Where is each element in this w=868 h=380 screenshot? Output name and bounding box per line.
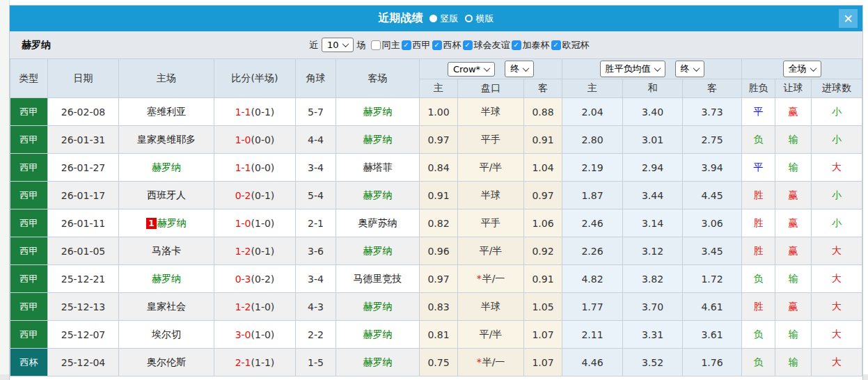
cell-date: 26-01-17 (48, 182, 119, 209)
text: 0.96 (427, 246, 449, 257)
table-row: 西甲26-01-31皇家奥维耶多1-0(0-0)4-4赫罗纳0.97平手0.91… (10, 126, 862, 154)
text: 0-3 (235, 274, 251, 285)
cell-date: 25-12-07 (48, 321, 119, 349)
match-count-select[interactable]: 10 (322, 38, 354, 52)
cell-league: 西甲 (10, 209, 48, 237)
text: 3.52 (642, 357, 663, 368)
cell-eu-away: 3.73 (683, 98, 742, 126)
filter-checkbox-4[interactable]: ✓加泰杯 (512, 39, 550, 52)
text: 4.82 (581, 274, 603, 285)
cell-away-team: 赫罗纳 (336, 237, 420, 265)
checkbox-checked-icon: ✓ (551, 40, 561, 50)
filter-checkbox-label: 同主 (382, 39, 400, 52)
text: 赢 (789, 217, 798, 228)
cell-outcome-goals: 大 (812, 154, 862, 182)
cell-corners: 4-3 (296, 293, 336, 321)
cell-corners: 1-5 (296, 349, 336, 377)
cell-date: 25-12-21 (48, 265, 119, 293)
text: 1.87 (581, 190, 603, 201)
filter-checkbox-3[interactable]: ✓球会友谊 (463, 39, 510, 52)
text: 小 (832, 189, 842, 200)
text: 平/半 (480, 245, 503, 256)
text: 1.07 (532, 329, 553, 340)
close-button[interactable]: ✕ (839, 9, 858, 28)
cell-eu-draw: 3.40 (623, 98, 683, 126)
cell-outcome-handicap: 输 (775, 265, 812, 293)
text: (1-0) (251, 329, 275, 340)
filter-checkbox-label: 西杯 (443, 39, 461, 52)
filter-checkbox-label: 欧冠杯 (562, 39, 590, 52)
text: (1-1) (251, 357, 275, 368)
text: 1.00 (427, 106, 449, 118)
text: 3.82 (642, 274, 663, 285)
text: 1-1 (235, 106, 251, 118)
cell-league: 西甲 (10, 237, 48, 265)
cell-date: 25-12-04 (48, 349, 119, 377)
text: 胜 (754, 245, 764, 256)
text: 5-7 (308, 106, 324, 118)
cell-outcome-handicap: 输 (775, 126, 812, 154)
cell-ah-home: 0.82 (420, 209, 458, 237)
cell-eu-draw: 3.70 (623, 293, 683, 321)
cell-score: 1-1(0-0) (214, 154, 296, 182)
text: 3.12 (642, 246, 663, 257)
text: (0-0) (251, 134, 275, 145)
cell-eu-home: 2.80 (562, 126, 623, 154)
text: 3-0 (235, 329, 251, 340)
cell-ah-line: 平手 (458, 126, 524, 154)
view-option-horizontal[interactable]: 横版 (465, 13, 494, 25)
odds-stage-select[interactable]: 终 (505, 61, 534, 77)
cell-home-team: 赫罗纳 (119, 154, 214, 182)
text: 塞维利亚 (147, 106, 186, 117)
sub-header-result: 胜负 (742, 79, 775, 98)
cell-outcome-handicap: 输 (775, 321, 812, 349)
cell-eu-away: 4.45 (683, 182, 742, 209)
cell-league: 西甲 (10, 265, 48, 293)
cell-home-team: 埃尔切 (119, 321, 214, 349)
eu-odds-type-select[interactable]: 胜平负均值 (600, 61, 665, 77)
cell-away-team: 赫罗纳 (336, 126, 420, 154)
text: 皇家社会 (147, 301, 186, 312)
cell-outcome-handicap: 赢 (775, 98, 812, 126)
text: 赫罗纳 (152, 161, 181, 173)
filter-checkbox-1[interactable]: ✓西甲 (402, 39, 431, 52)
view-option-vertical-label: 竖版 (441, 13, 459, 25)
text: 赢 (789, 189, 798, 200)
filter-checkbox-5[interactable]: ✓欧冠杯 (551, 39, 590, 52)
text: (0-2) (251, 274, 275, 285)
text: 0.97 (532, 190, 553, 201)
text: 0.91 (532, 134, 553, 145)
cell-score: 3-0(1-0) (214, 321, 296, 349)
text: 马洛卡 (152, 245, 181, 256)
cell-ah-away: 0.97 (524, 182, 562, 209)
text: (1-0) (251, 218, 275, 229)
cell-outcome-handicap: 赢 (775, 293, 812, 321)
chevron-down-icon (693, 65, 700, 72)
text: 1.06 (532, 218, 553, 229)
text: 奥萨苏纳 (358, 217, 397, 228)
text: 3.94 (701, 162, 723, 173)
cell-score: 1-0(1-0) (214, 209, 296, 237)
filter-checkbox-2[interactable]: ✓西杯 (432, 39, 461, 52)
view-option-vertical[interactable]: 竖版 (429, 13, 459, 25)
sub-header-ah-home: 主 (420, 79, 458, 98)
filter-checkbox-0[interactable]: 同主 (371, 39, 400, 52)
cell-eu-away: 2.75 (683, 126, 742, 154)
odds-source-select[interactable]: Crow* (448, 62, 495, 77)
text: 0.84 (427, 162, 449, 173)
text: 0.91 (427, 190, 449, 201)
cell-outcome-goals: 大 (812, 265, 862, 293)
cell-ah-away: 1.06 (524, 209, 562, 237)
text: 大 (832, 328, 842, 340)
text: 赢 (789, 106, 798, 117)
eu-odds-stage-select[interactable]: 终 (675, 61, 704, 77)
table-row: 西甲26-02-08塞维利亚1-1(0-1)5-7赫罗纳1.00半球0.882.… (10, 98, 862, 126)
period-select[interactable]: 全场 (783, 61, 821, 77)
text: 赫罗纳 (363, 328, 393, 340)
cell-ah-home: 0.91 (420, 182, 458, 209)
sub-header-ah-away: 客 (524, 79, 562, 98)
text: 2.80 (581, 134, 603, 145)
text: 西甲 (20, 329, 38, 340)
cell-ah-away: 1.05 (524, 293, 562, 321)
text: 输 (789, 161, 798, 173)
